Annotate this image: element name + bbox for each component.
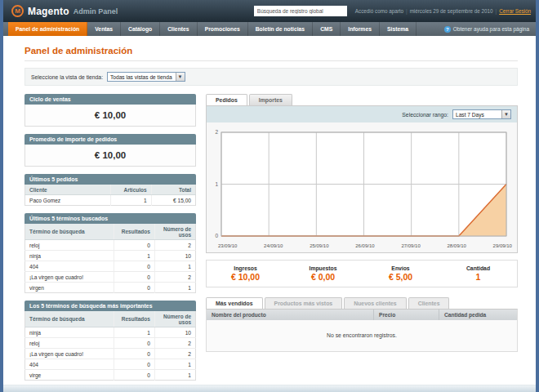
col-cantidad-pedida: Cantidad pedida (439, 310, 517, 320)
last-orders-panel: Últimos 5 pedidos Cliente Artículos Tota… (24, 174, 196, 206)
chart-tabs: Pedidos Importes (206, 94, 518, 105)
svg-text:1: 1 (215, 181, 218, 187)
range-value: Last 7 Days (456, 112, 498, 118)
tab-mas-vendidos[interactable]: Más vendidos (206, 297, 263, 309)
header: M Magento Admin Panel Accedió como apart… (0, 0, 539, 22)
stat-cantidad: Cantidad 1 (439, 265, 517, 282)
nav-item-informes[interactable]: Informes (341, 22, 380, 36)
bestsellers-table: Nombre del producto Precio Cantidad pedi… (206, 309, 518, 352)
tab-clientes[interactable]: Clientes (408, 297, 450, 309)
table-row[interactable]: reloj02 (25, 338, 196, 349)
range-bar: Seleccionar rango: Last 7 Days ▼ (207, 106, 517, 122)
range-select[interactable]: Last 7 Days ▼ (452, 109, 511, 119)
last-search-terms-title: Últimos 5 términos buscados (24, 213, 196, 224)
table-row[interactable]: Paco Gomez 1 € 15,00 (25, 195, 196, 206)
help-icon: ? (444, 26, 451, 33)
orders-chart: 012 23/09/1024/09/1025/09/1026/09/1027/0… (207, 122, 517, 252)
magento-logo-icon: M (11, 5, 24, 17)
stat-impuestos: Impuestos € 0,00 (284, 265, 362, 282)
nav-item-promociones[interactable]: Promociones (198, 22, 248, 36)
products-tabs: Más vendidos Productos más vistos Nuevos… (206, 297, 518, 309)
bottom-status-bar (3, 385, 536, 392)
empty-records-message: No se encontraron registros. (207, 320, 517, 351)
nav-item-sistema[interactable]: Sistema (380, 22, 416, 36)
chevron-down-icon: ▼ (501, 110, 510, 118)
help-link[interactable]: ? Obtener ayuda para esta página (444, 22, 539, 36)
nav-item-dashboard[interactable]: Panel de administración (8, 22, 87, 36)
nav-item-cms[interactable]: CMS (313, 22, 341, 36)
table-row[interactable]: reloj02 (25, 240, 196, 251)
x-tick-label: 26/09/10 (355, 243, 374, 248)
table-row[interactable]: 40401 (25, 261, 196, 272)
tab-nuevos-clientes[interactable]: Nuevos clientes (344, 297, 406, 309)
table-row[interactable]: ¡La virgen que cuadro!02 (25, 349, 196, 359)
table-row[interactable]: 40401 (25, 359, 196, 370)
brand-subtitle: Admin Panel (74, 7, 118, 16)
main-nav: Panel de administración Ventas Catálogo … (0, 22, 539, 36)
x-tick-label: 29/09/10 (493, 243, 512, 248)
nav-item-clientes[interactable]: Clientes (160, 22, 197, 36)
bestsellers-header: Nombre del producto Precio Cantidad pedi… (207, 310, 517, 320)
tab-pedidos[interactable]: Pedidos (206, 94, 247, 105)
range-label: Seleccionar rango: (402, 112, 448, 118)
order-customer: Paco Gomez (25, 195, 111, 206)
average-orders-value: € 10,00 (24, 145, 196, 167)
store-view-label: Seleccione la vista de tienda: (31, 74, 103, 80)
col-cliente: Cliente (25, 185, 111, 195)
store-view-bar: Seleccione la vista de tienda: Todas las… (24, 68, 518, 86)
table-row[interactable]: virgen01 (25, 283, 196, 293)
col-termino: Término de búsqueda (25, 224, 114, 240)
dashboard-left-column: Ciclo de ventas € 10,00 Promedio de impo… (24, 94, 196, 388)
x-tick-label: 23/09/10 (218, 243, 237, 248)
order-total: € 15,00 (151, 195, 195, 206)
table-row[interactable]: virge01 (25, 370, 196, 381)
col-precio: Precio (374, 310, 439, 320)
nav-item-ventas[interactable]: Ventas (87, 22, 121, 36)
x-tick-label: 27/09/10 (401, 243, 420, 248)
table-row[interactable]: ninja110 (25, 251, 196, 261)
title-divider (24, 60, 518, 61)
brand-title: Magento (28, 6, 69, 17)
window-edge-right (536, 0, 539, 392)
average-orders-panel: Promedio de importe de pedidos € 10,00 (24, 134, 196, 167)
chevron-down-icon: ▼ (176, 73, 185, 81)
dashboard-right-column: Pedidos Importes Seleccionar rango: Last… (206, 94, 518, 352)
col-usos: Número de usos (154, 224, 195, 240)
tab-importes[interactable]: Importes (249, 94, 292, 105)
nav-item-boletin[interactable]: Boletín de noticias (248, 22, 313, 36)
top-search-terms-title: Los 5 términos de búsqueda más important… (24, 301, 196, 311)
orders-chart-panel: Seleccionar rango: Last 7 Days ▼ 012 23/… (206, 105, 518, 253)
order-items: 1 (110, 195, 151, 206)
orders-chart-svg: 012 (210, 128, 509, 239)
tab-productos-mas-vistos[interactable]: Productos más vistos (265, 297, 343, 309)
col-articulos: Artículos (110, 185, 151, 195)
help-label: Obtener ayuda para esta página (453, 26, 529, 32)
store-view-value: Todas las vistas de tienda (110, 74, 172, 80)
x-tick-label: 24/09/10 (264, 243, 283, 248)
session-info: Accedió como aparto|miércoles 29 de sept… (355, 8, 531, 14)
window-edge-left (0, 0, 3, 392)
col-total: Total (151, 185, 195, 195)
last-orders-title: Últimos 5 pedidos (24, 174, 196, 185)
table-row[interactable]: ¡La virgen que cuadro!02 (25, 272, 196, 283)
svg-text:2: 2 (215, 129, 218, 135)
svg-text:0: 0 (215, 233, 218, 238)
totals-bar: Ingresos € 10,00 Impuestos € 0,00 Envíos… (206, 260, 518, 287)
col-termino: Término de búsqueda (25, 311, 114, 327)
global-search-input[interactable] (254, 6, 347, 16)
col-nombre-producto: Nombre del producto (207, 310, 374, 320)
top-search-terms-panel: Los 5 términos de búsqueda más important… (24, 301, 196, 381)
x-tick-label: 28/09/10 (447, 243, 466, 248)
store-view-select[interactable]: Todas las vistas de tienda ▼ (107, 72, 185, 82)
nav-item-catalogo[interactable]: Catálogo (121, 22, 160, 36)
table-row[interactable]: ninja110 (25, 327, 196, 338)
current-date: miércoles 29 de septiembre de 2010 (410, 8, 493, 14)
col-resultados: Resultados (114, 224, 154, 240)
stat-envios: Envíos € 5,00 (362, 265, 439, 282)
stat-ingresos: Ingresos € 10,00 (207, 265, 284, 282)
lifetime-sales-title: Ciclo de ventas (24, 94, 196, 105)
last-search-terms-panel: Últimos 5 términos buscados Término de b… (24, 213, 196, 293)
average-orders-title: Promedio de importe de pedidos (24, 134, 196, 145)
col-resultados: Resultados (114, 311, 154, 327)
logout-link[interactable]: Cerrar Sesión (499, 8, 531, 14)
